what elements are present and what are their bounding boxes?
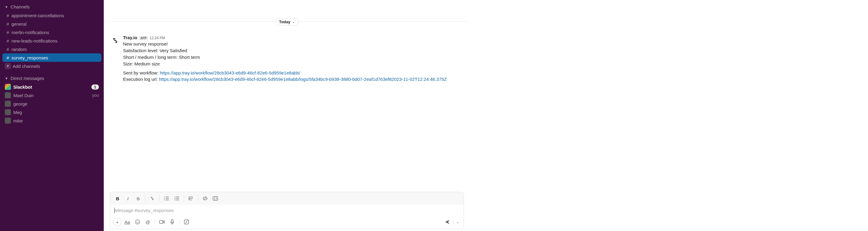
channels-section-header[interactable]: ▼ Channels: [0, 2, 104, 11]
main-content: Today ⌄ Tray.io APP 12:24 PM New survey …: [104, 0, 470, 231]
slash-box-icon: [184, 219, 189, 225]
chevron-down-icon: ⌄: [456, 220, 459, 224]
hash-icon: #: [5, 30, 11, 35]
hash-icon: #: [5, 55, 11, 60]
ordered-list-button[interactable]: 123: [162, 194, 171, 203]
send-icon: [444, 219, 450, 225]
dm-item[interactable]: george: [0, 100, 104, 108]
channel-item[interactable]: #survey_responses: [2, 54, 101, 62]
bullet-list-icon: [174, 196, 179, 201]
message-line: Short / medium / long term: Short term: [123, 55, 200, 60]
channel-name: random: [11, 47, 27, 52]
svg-point-8: [136, 221, 137, 222]
right-empty-area: [470, 0, 868, 231]
dm-item[interactable]: mike: [0, 117, 104, 125]
video-icon: [159, 220, 165, 224]
italic-button[interactable]: I: [123, 194, 132, 203]
dm-item[interactable]: Meg: [0, 108, 104, 117]
composer-actions: + Aa @: [110, 216, 464, 229]
add-channels-label: Add channels: [13, 64, 40, 69]
channel-list: #appointment-cancellations#general#merli…: [0, 11, 104, 62]
date-divider-pill[interactable]: Today ⌄: [275, 18, 298, 26]
svg-point-7: [135, 220, 140, 224]
emoji-icon: [135, 219, 140, 225]
channels-header-label: Channels: [10, 4, 99, 9]
mention-button[interactable]: @: [143, 218, 152, 227]
you-label: you: [92, 93, 99, 98]
bold-button[interactable]: B: [113, 194, 122, 203]
attach-button[interactable]: +: [113, 218, 122, 226]
message-list: Tray.io APP 12:24 PM New survey response…: [104, 22, 470, 192]
channel-item[interactable]: #general: [0, 20, 104, 28]
svg-rect-10: [159, 221, 163, 224]
mic-icon: [170, 219, 174, 225]
send-button[interactable]: [443, 218, 452, 227]
log-link[interactable]: https://app.tray.io/workflow/28cb3043-e6…: [159, 76, 447, 82]
message-line: New survey response!: [123, 41, 168, 46]
bullet-list-button[interactable]: [172, 194, 181, 203]
message-line: Size: Medium size: [123, 61, 160, 66]
video-button[interactable]: [157, 218, 166, 227]
strike-button[interactable]: S: [134, 194, 143, 203]
dm-name: mike: [13, 118, 99, 123]
dm-name: george: [13, 101, 99, 106]
code-block-button[interactable]: [211, 194, 220, 203]
avatar: [5, 109, 11, 115]
workflow-prefix: Sent by workflow:: [123, 70, 160, 75]
send-options-button[interactable]: ⌄: [455, 218, 461, 227]
format-toolbar: B I S 123: [110, 192, 464, 205]
channel-item[interactable]: #appointment-cancellations: [0, 11, 104, 20]
link-icon: [150, 196, 155, 201]
plus-icon: +: [5, 63, 11, 69]
messages-divider-area: Today ⌄: [104, 0, 470, 22]
dms-section-header[interactable]: ▼ Direct messages: [0, 74, 104, 82]
dm-item[interactable]: Slackbot1: [0, 82, 104, 91]
link-button[interactable]: [148, 194, 157, 203]
avatar: [5, 118, 11, 124]
date-label: Today: [279, 20, 290, 24]
hash-icon: #: [5, 47, 11, 52]
message: Tray.io APP 12:24 PM New survey response…: [110, 35, 464, 85]
dms-header-label: Direct messages: [10, 76, 99, 81]
hash-icon: #: [5, 38, 11, 43]
svg-point-4: [175, 198, 175, 199]
emoji-button[interactable]: [133, 218, 142, 227]
channel-name: general: [11, 22, 27, 27]
add-channels[interactable]: + Add channels: [0, 62, 104, 70]
hash-icon: #: [5, 13, 11, 18]
svg-text:3: 3: [164, 199, 165, 201]
unread-badge: 1: [91, 85, 99, 90]
message-time: 12:24 PM: [150, 36, 165, 40]
dm-item[interactable]: Mael Duinyou: [0, 91, 104, 100]
message-line: Satisfaction level: Very Satisfied: [123, 48, 187, 53]
shortcuts-button[interactable]: [182, 218, 191, 227]
composer: B I S 123: [110, 192, 464, 229]
code-button[interactable]: [200, 194, 210, 203]
message-placeholder: Message #survey_responses: [115, 208, 174, 213]
audio-button[interactable]: [168, 218, 177, 227]
caret-down-icon: ▼: [5, 76, 8, 80]
channel-name: merlin-notifications: [11, 30, 49, 35]
channel-item[interactable]: #random: [0, 45, 104, 54]
code-block-icon: [213, 196, 218, 201]
dm-name: Mael Duin: [13, 93, 91, 98]
blockquote-button[interactable]: [186, 194, 195, 203]
message-input[interactable]: Message #survey_responses: [110, 205, 464, 216]
channel-name: survey_responses: [11, 55, 48, 60]
dm-name: Meg: [13, 110, 99, 115]
link-icon: [111, 36, 119, 44]
app-badge: APP: [139, 36, 148, 40]
app-avatar: [110, 35, 121, 46]
workflow-link[interactable]: https://app.tray.io/workflow/28cb3043-e6…: [160, 70, 300, 75]
sidebar: ▼ Channels #appointment-cancellations#ge…: [0, 0, 104, 231]
message-header: Tray.io APP 12:24 PM: [123, 35, 464, 40]
ordered-list-icon: 123: [164, 196, 169, 201]
message-sender[interactable]: Tray.io: [123, 35, 137, 40]
chevron-down-icon: ⌄: [292, 20, 294, 24]
channel-item[interactable]: #new-leads-notifications: [0, 36, 104, 45]
formatting-toggle[interactable]: Aa: [123, 218, 132, 227]
channel-item[interactable]: #merlin-notifications: [0, 28, 104, 36]
message-body: New survey response!Satisfaction level: …: [123, 41, 464, 82]
avatar: [5, 101, 11, 107]
channel-name: appointment-cancellations: [11, 13, 64, 18]
